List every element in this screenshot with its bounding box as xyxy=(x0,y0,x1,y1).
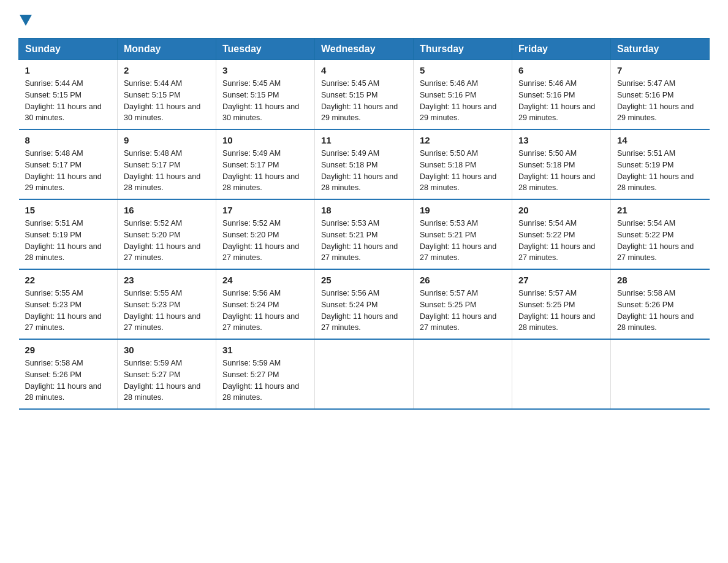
sunset-label: Sunset: 5:21 PM xyxy=(321,231,377,239)
calendar-cell xyxy=(512,339,611,409)
calendar-cell: 22 Sunrise: 5:55 AM Sunset: 5:23 PM Dayl… xyxy=(19,269,118,339)
sunset-label: Sunset: 5:25 PM xyxy=(420,301,476,309)
daylight-label: Daylight: 11 hours and 27 minutes. xyxy=(222,312,299,332)
calendar-cell: 3 Sunrise: 5:45 AM Sunset: 5:15 PM Dayli… xyxy=(216,60,315,130)
day-info: Sunrise: 5:55 AM Sunset: 5:23 PM Dayligh… xyxy=(124,288,210,334)
calendar-cell: 14 Sunrise: 5:51 AM Sunset: 5:19 PM Dayl… xyxy=(611,129,710,199)
day-number: 3 xyxy=(222,65,308,75)
day-info: Sunrise: 5:56 AM Sunset: 5:24 PM Dayligh… xyxy=(222,288,308,334)
day-info: Sunrise: 5:54 AM Sunset: 5:22 PM Dayligh… xyxy=(518,218,604,264)
day-info: Sunrise: 5:49 AM Sunset: 5:17 PM Dayligh… xyxy=(222,148,308,194)
sunrise-label: Sunrise: 5:56 AM xyxy=(321,289,379,297)
sunrise-label: Sunrise: 5:50 AM xyxy=(420,149,478,158)
calendar-table: SundayMondayTuesdayWednesdayThursdayFrid… xyxy=(18,38,710,410)
calendar-cell: 27 Sunrise: 5:57 AM Sunset: 5:25 PM Dayl… xyxy=(512,269,611,339)
day-number: 18 xyxy=(321,205,407,215)
daylight-label: Daylight: 11 hours and 27 minutes. xyxy=(124,312,200,332)
column-header-sunday: Sunday xyxy=(19,39,118,60)
calendar-cell: 9 Sunrise: 5:48 AM Sunset: 5:17 PM Dayli… xyxy=(118,129,216,199)
day-number: 25 xyxy=(321,275,407,285)
daylight-label: Daylight: 11 hours and 28 minutes. xyxy=(124,382,200,402)
day-info: Sunrise: 5:55 AM Sunset: 5:23 PM Dayligh… xyxy=(25,288,112,334)
sunset-label: Sunset: 5:22 PM xyxy=(617,231,673,239)
day-number: 15 xyxy=(25,205,112,215)
day-number: 28 xyxy=(617,275,703,285)
day-number: 23 xyxy=(124,275,210,285)
sunrise-label: Sunrise: 5:45 AM xyxy=(222,79,281,88)
calendar-cell xyxy=(315,339,414,409)
calendar-cell: 6 Sunrise: 5:46 AM Sunset: 5:16 PM Dayli… xyxy=(512,60,611,130)
day-info: Sunrise: 5:48 AM Sunset: 5:17 PM Dayligh… xyxy=(25,148,112,194)
daylight-label: Daylight: 11 hours and 27 minutes. xyxy=(321,242,398,262)
calendar-cell: 30 Sunrise: 5:59 AM Sunset: 5:27 PM Dayl… xyxy=(118,339,216,409)
day-number: 10 xyxy=(222,135,308,145)
daylight-label: Daylight: 11 hours and 27 minutes. xyxy=(420,242,496,262)
sunset-label: Sunset: 5:20 PM xyxy=(124,231,180,239)
daylight-label: Daylight: 11 hours and 28 minutes. xyxy=(518,172,595,193)
day-number: 19 xyxy=(420,205,506,215)
sunrise-label: Sunrise: 5:46 AM xyxy=(420,79,478,88)
sunset-label: Sunset: 5:23 PM xyxy=(124,301,180,309)
calendar-cell: 5 Sunrise: 5:46 AM Sunset: 5:16 PM Dayli… xyxy=(414,60,512,130)
calendar-cell: 4 Sunrise: 5:45 AM Sunset: 5:15 PM Dayli… xyxy=(315,60,414,130)
logo-triangle-icon xyxy=(20,15,32,26)
sunrise-label: Sunrise: 5:54 AM xyxy=(518,219,577,228)
day-info: Sunrise: 5:45 AM Sunset: 5:15 PM Dayligh… xyxy=(321,78,407,124)
daylight-label: Daylight: 11 hours and 28 minutes. xyxy=(25,382,102,402)
calendar-week-row: 8 Sunrise: 5:48 AM Sunset: 5:17 PM Dayli… xyxy=(19,129,710,199)
daylight-label: Daylight: 11 hours and 29 minutes. xyxy=(617,102,694,123)
day-info: Sunrise: 5:52 AM Sunset: 5:20 PM Dayligh… xyxy=(124,218,210,264)
daylight-label: Daylight: 11 hours and 28 minutes. xyxy=(222,382,299,402)
calendar-cell: 8 Sunrise: 5:48 AM Sunset: 5:17 PM Dayli… xyxy=(19,129,118,199)
sunset-label: Sunset: 5:15 PM xyxy=(25,91,82,99)
column-header-friday: Friday xyxy=(512,39,611,60)
logo xyxy=(18,12,32,26)
calendar-cell: 29 Sunrise: 5:58 AM Sunset: 5:26 PM Dayl… xyxy=(19,339,118,409)
sunrise-label: Sunrise: 5:59 AM xyxy=(124,359,182,367)
day-info: Sunrise: 5:44 AM Sunset: 5:15 PM Dayligh… xyxy=(124,78,210,124)
sunrise-label: Sunrise: 5:53 AM xyxy=(420,219,478,228)
sunrise-label: Sunrise: 5:56 AM xyxy=(222,289,281,297)
day-number: 9 xyxy=(124,135,210,145)
sunset-label: Sunset: 5:19 PM xyxy=(25,231,82,239)
daylight-label: Daylight: 11 hours and 27 minutes. xyxy=(124,242,200,262)
daylight-label: Daylight: 11 hours and 28 minutes. xyxy=(617,172,694,193)
daylight-label: Daylight: 11 hours and 30 minutes. xyxy=(124,102,200,123)
sunrise-label: Sunrise: 5:55 AM xyxy=(25,289,83,297)
daylight-label: Daylight: 11 hours and 27 minutes. xyxy=(617,242,694,262)
daylight-label: Daylight: 11 hours and 30 minutes. xyxy=(25,102,102,123)
sunrise-label: Sunrise: 5:52 AM xyxy=(124,219,182,228)
daylight-label: Daylight: 11 hours and 27 minutes. xyxy=(420,312,496,332)
day-info: Sunrise: 5:59 AM Sunset: 5:27 PM Dayligh… xyxy=(124,358,210,404)
daylight-label: Daylight: 11 hours and 28 minutes. xyxy=(617,312,694,332)
sunrise-label: Sunrise: 5:51 AM xyxy=(617,149,675,158)
calendar-cell: 16 Sunrise: 5:52 AM Sunset: 5:20 PM Dayl… xyxy=(118,199,216,269)
day-number: 22 xyxy=(25,275,112,285)
sunrise-label: Sunrise: 5:44 AM xyxy=(25,79,83,88)
day-number: 5 xyxy=(420,65,506,75)
sunset-label: Sunset: 5:22 PM xyxy=(518,231,575,239)
day-info: Sunrise: 5:50 AM Sunset: 5:18 PM Dayligh… xyxy=(518,148,604,194)
daylight-label: Daylight: 11 hours and 27 minutes. xyxy=(25,312,102,332)
day-info: Sunrise: 5:51 AM Sunset: 5:19 PM Dayligh… xyxy=(617,148,703,194)
sunrise-label: Sunrise: 5:50 AM xyxy=(518,149,577,158)
calendar-cell: 12 Sunrise: 5:50 AM Sunset: 5:18 PM Dayl… xyxy=(414,129,512,199)
sunset-label: Sunset: 5:16 PM xyxy=(617,91,673,99)
day-number: 26 xyxy=(420,275,506,285)
sunset-label: Sunset: 5:27 PM xyxy=(124,370,180,379)
calendar-cell: 7 Sunrise: 5:47 AM Sunset: 5:16 PM Dayli… xyxy=(611,60,710,130)
sunset-label: Sunset: 5:15 PM xyxy=(124,91,180,99)
daylight-label: Daylight: 11 hours and 28 minutes. xyxy=(222,172,299,193)
sunset-label: Sunset: 5:19 PM xyxy=(617,161,673,169)
day-number: 2 xyxy=(124,65,210,75)
calendar-header-row: SundayMondayTuesdayWednesdayThursdayFrid… xyxy=(19,39,710,60)
sunset-label: Sunset: 5:24 PM xyxy=(321,301,377,309)
column-header-thursday: Thursday xyxy=(414,39,512,60)
calendar-cell: 17 Sunrise: 5:52 AM Sunset: 5:20 PM Dayl… xyxy=(216,199,315,269)
sunset-label: Sunset: 5:15 PM xyxy=(222,91,279,99)
day-info: Sunrise: 5:53 AM Sunset: 5:21 PM Dayligh… xyxy=(420,218,506,264)
calendar-cell xyxy=(414,339,512,409)
sunrise-label: Sunrise: 5:49 AM xyxy=(222,149,281,158)
day-number: 20 xyxy=(518,205,604,215)
calendar-cell: 25 Sunrise: 5:56 AM Sunset: 5:24 PM Dayl… xyxy=(315,269,414,339)
